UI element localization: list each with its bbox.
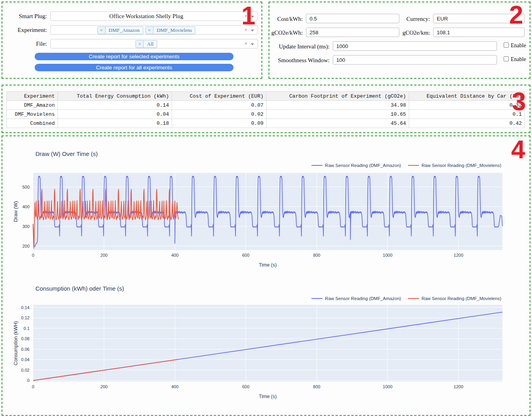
- tag-label: DMF_Movielens: [154, 27, 195, 34]
- svg-text:0.08: 0.08: [21, 336, 30, 341]
- svg-text:0.04: 0.04: [21, 357, 30, 362]
- smoothness-window-input[interactable]: [333, 55, 497, 65]
- smart-plug-select[interactable]: Office Workstation Shelly Plug ×: [50, 11, 258, 21]
- table-cell: 34.98: [267, 101, 409, 110]
- co2-kwh-label: gCO2e/kWh:: [269, 30, 303, 36]
- svg-text:500: 500: [22, 185, 30, 189]
- co2-kwh-input[interactable]: [306, 28, 399, 37]
- table-row: DMF_Amazon0.140.0734.980.32: [7, 101, 525, 110]
- table-header-cell: Equivalent Distance by Car (km): [409, 92, 525, 101]
- table-cell: DMF_Amazon: [7, 101, 58, 110]
- cost-kwh-label: Cost/kWh:: [269, 16, 303, 22]
- smart-plug-label: Smart Plug:: [2, 13, 47, 20]
- table-header-cell: Cost of Experiment (EUR): [172, 92, 267, 101]
- chevron-down-icon[interactable]: [251, 43, 254, 45]
- table-header-cell: Experiment: [7, 92, 58, 101]
- selection-panel: Smart Plug: Office Workstation Shelly Pl…: [2, 2, 262, 79]
- draw-chart-plot-area[interactable]: 020040060080010001200200300400500Time (s…: [2, 139, 531, 269]
- selected-option-tag[interactable]: ×DMF_Amazon: [97, 26, 143, 34]
- update-interval-enable-checkbox[interactable]: [504, 43, 509, 48]
- file-label: File:: [2, 41, 47, 47]
- report-table: ExperimentTotal Energy Consumption (kWh)…: [6, 91, 525, 128]
- svg-text:Time (s): Time (s): [259, 262, 276, 268]
- update-interval-enable-label: Enable: [511, 43, 526, 49]
- table-cell: Combined: [7, 119, 58, 128]
- svg-text:0.1: 0.1: [24, 326, 30, 331]
- svg-text:0.12: 0.12: [21, 315, 30, 320]
- cost-kwh-input[interactable]: [306, 14, 399, 23]
- table-cell: 0.18: [58, 119, 172, 128]
- svg-text:200: 200: [100, 384, 108, 389]
- update-interval-label: Update Interval (ms):: [269, 43, 330, 50]
- selected-option-tag[interactable]: ×DMF_Movielens: [145, 26, 196, 34]
- table-cell: 0.07: [172, 101, 267, 110]
- table-cell: 0.09: [172, 119, 267, 128]
- tag-label: All: [144, 41, 157, 48]
- table-cell: 0.04: [58, 110, 172, 119]
- file-tags: ×All: [51, 40, 242, 48]
- table-header-row: ExperimentTotal Energy Consumption (kWh)…: [7, 92, 525, 101]
- remove-tag-icon[interactable]: ×: [98, 27, 106, 34]
- smart-plug-value: Office Workstation Shelly Plug: [51, 13, 242, 20]
- svg-text:0: 0: [27, 378, 30, 383]
- annotation-region-3: 3: [512, 90, 526, 114]
- dashboard-page: Smart Plug: Office Workstation Shelly Pl…: [0, 0, 532, 417]
- svg-text:0.02: 0.02: [21, 368, 30, 373]
- svg-text:200: 200: [100, 253, 108, 258]
- svg-text:Draw (W): Draw (W): [13, 201, 19, 222]
- svg-text:600: 600: [242, 384, 249, 389]
- table-cell: 0.1: [409, 110, 525, 119]
- table-row: DMF_Movielens0.040.0210.650.1: [7, 110, 525, 119]
- svg-text:0.06: 0.06: [21, 347, 30, 352]
- remove-tag-icon[interactable]: ×: [146, 27, 154, 34]
- remove-tag-icon[interactable]: ×: [136, 41, 144, 48]
- selected-option-tag[interactable]: ×All: [135, 40, 157, 48]
- update-interval-input[interactable]: [333, 41, 497, 51]
- experiment-label: Experiment:: [2, 27, 47, 33]
- svg-text:400: 400: [22, 204, 30, 209]
- table-row: Combined0.180.0945.640.42: [7, 119, 525, 128]
- consumption-chart-plot-area[interactable]: 02004006008001000120000.020.040.060.080.…: [2, 276, 531, 400]
- svg-text:1200: 1200: [454, 384, 463, 389]
- draw-over-time-chart: Draw (W) Over Time (s) Raw Sensor Readin…: [2, 139, 531, 271]
- svg-text:Consumption (kWH): Consumption (kWH): [13, 321, 19, 365]
- svg-text:0: 0: [32, 384, 34, 389]
- svg-text:1000: 1000: [383, 253, 392, 258]
- report-table-panel: ExperimentTotal Energy Consumption (kWh)…: [2, 85, 530, 133]
- table-cell: 45.64: [267, 119, 409, 128]
- table-cell: 0.32: [409, 101, 525, 110]
- smoothness-enable-checkbox[interactable]: [504, 56, 509, 61]
- table-cell: DMF_Movielens: [7, 110, 58, 119]
- svg-text:800: 800: [313, 253, 320, 258]
- svg-text:0.14: 0.14: [21, 305, 30, 310]
- svg-text:400: 400: [171, 253, 178, 258]
- experiment-tags: ×DMF_Amazon×DMF_Movielens: [51, 26, 242, 34]
- svg-text:600: 600: [242, 253, 249, 258]
- create-report-all-button[interactable]: Create report for all experiments: [35, 64, 234, 71]
- co2-km-label: gCO2e/km:: [399, 30, 430, 36]
- svg-text:Time (s): Time (s): [259, 394, 276, 399]
- table-cell: 0.14: [58, 101, 172, 110]
- parameters-panel: Cost/kWh: Currency: gCO2e/kWh: gCO2e/km:…: [269, 2, 530, 79]
- annotation-region-4: 4: [511, 138, 525, 162]
- svg-text:200: 200: [22, 244, 30, 248]
- consumption-over-time-chart: Consumption (kWh) oder Time (s) Raw Sens…: [2, 276, 531, 406]
- currency-label: Currency:: [399, 16, 430, 22]
- svg-text:400: 400: [171, 384, 178, 389]
- annotation-region-2: 2: [509, 3, 523, 27]
- annotation-region-1: 1: [241, 4, 256, 28]
- create-report-selected-button[interactable]: Create report for selected experiments: [35, 53, 234, 60]
- smoothness-window-label: Smoothness Window:: [269, 57, 330, 64]
- svg-text:1200: 1200: [454, 253, 463, 258]
- svg-text:0: 0: [32, 253, 34, 258]
- svg-text:300: 300: [22, 224, 30, 229]
- tag-label: DMF_Amazon: [106, 27, 143, 34]
- svg-text:1000: 1000: [383, 384, 392, 389]
- table-header-cell: Total Energy Consumption (kWh): [58, 92, 172, 101]
- experiment-multiselect[interactable]: ×DMF_Amazon×DMF_Movielens ×: [50, 25, 258, 35]
- charts-panel: Draw (W) Over Time (s) Raw Sensor Readin…: [2, 135, 530, 416]
- table-cell: 0.02: [172, 110, 267, 119]
- clear-selection-icon[interactable]: ×: [244, 41, 247, 46]
- table-header-cell: Carbon Footprint of Experiment (gCO2e): [267, 92, 409, 101]
- file-multiselect[interactable]: ×All ×: [50, 39, 258, 48]
